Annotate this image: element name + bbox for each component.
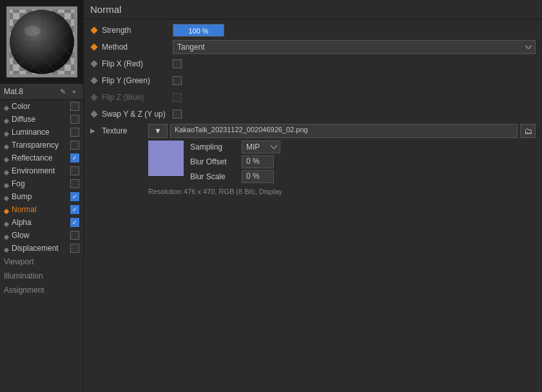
strength-bar-text: 100 % [173,24,224,37]
swap-yz-label: Swap Y & Z (Y up) [102,110,173,119]
sidebar-item-label-bump: Bump [12,192,68,201]
blur-offset-label: Blur Offset [190,157,242,166]
sampling-dropdown[interactable]: MIP [242,141,280,153]
mat-edit-icon[interactable]: ✎ [57,86,68,97]
sidebar-item-label-color: Color [12,102,68,111]
strength-bar[interactable]: 100 % [173,24,224,37]
panel-header: Normal [84,0,542,19]
flip-y-checkbox[interactable] [173,76,182,85]
swap-yz-value [173,110,536,119]
texture-expand-arrow[interactable]: ▶ [90,127,98,135]
sidebar-item-reflectance[interactable]: Reflectance [0,152,83,164]
diamond-shape-swap-yz [90,110,97,117]
sidebar-item-glow[interactable]: Glow [0,229,83,242]
texture-preview [148,141,184,176]
texture-folder-button[interactable]: 🗂 [520,124,536,138]
diamond-icon-environment [4,168,9,173]
blur-scale-value[interactable]: 0 % [242,170,274,183]
sidebar-item-label-luminance: Luminance [12,128,68,137]
sidebar-item-diffuse[interactable]: Diffuse [0,113,83,126]
blur-offset-value[interactable]: 0 % [242,155,274,168]
sidebar-item-check-color[interactable] [70,102,79,111]
method-dropdown[interactable]: Tangent [173,40,536,54]
diamond-icon-normal [4,207,9,212]
texture-filename: KakaoTalk_20231122_002046926_02.png [170,124,518,138]
sidebar-item-check-fog[interactable] [70,179,79,188]
texture-type-icon: ▼ [154,126,162,135]
sidebar-item-label-diffuse: Diffuse [12,115,68,124]
sidebar-item-check-normal[interactable] [70,205,79,214]
sidebar-item-displacement[interactable]: Displacement [0,242,83,255]
diamond-icon-alpha [4,220,9,225]
sidebar-item-label-reflectance: Reflectance [12,153,68,162]
sidebar-item-label-fog: Fog [12,179,68,188]
sidebar-item-check-reflectance[interactable] [70,153,79,162]
sidebar-item-check-luminance[interactable] [70,128,79,137]
sidebar-item-viewport[interactable]: Viewport [0,255,83,269]
sidebar-item-normal[interactable]: Normal [0,203,83,216]
flip-x-checkbox[interactable] [173,59,182,68]
texture-details: Sampling MIP Blur Offset 0 % Blur Scale … [148,141,536,185]
sidebar-item-environment[interactable]: Environment [0,164,83,177]
diamond-icon-reflectance [4,155,9,161]
main-panel: Normal Strength 100 % Method Tan [84,0,542,392]
flip-z-value [173,93,536,102]
sidebar-item-fog[interactable]: Fog [0,177,83,190]
flip-x-row: Flip X (Red) [90,57,536,71]
panel-content: Strength 100 % Method Tangent [84,19,542,392]
flip-z-checkbox[interactable] [173,93,182,102]
folder-icon: 🗂 [524,126,532,136]
flip-y-value [173,76,536,85]
sidebar-item-check-diffuse[interactable] [70,115,79,124]
strength-row: Strength 100 % [90,23,536,37]
mat-icons: ✎ + [57,86,79,97]
svg-rect-30 [4,170,9,175]
diamond-shape-method [90,43,97,50]
swap-yz-row: Swap Y & Z (Y up) [90,107,536,121]
diamond-icon-transparency [4,142,9,148]
sidebar: Mat.8 ✎ + Color Diffuse Lum [0,0,84,392]
diamond-icon-displacement [4,246,9,251]
diamond-icon-bump [4,194,9,199]
resolution-text: Resolution 476 x 470, RGB (8 Bit), Displ… [148,188,536,195]
strength-label: Strength [102,26,173,35]
flip-z-label: Flip Z (Blue) [102,93,173,102]
sidebar-item-check-glow[interactable] [70,231,79,240]
blur-scale-row: Blur Scale 0 % [190,170,536,183]
flip-y-label: Flip Y (Green) [102,76,173,85]
diamond-flip-x [90,60,98,68]
sidebar-item-luminance[interactable]: Luminance [0,126,83,139]
texture-type-button[interactable]: ▼ [148,124,168,138]
sidebar-item-check-displacement[interactable] [70,244,79,253]
sidebar-item-check-transparency[interactable] [70,141,79,150]
sidebar-items: Color Diffuse Luminance Transparency [0,100,83,392]
sidebar-item-assignment[interactable]: Assignment [0,283,83,297]
diamond-icon-diffuse [4,117,9,122]
sidebar-item-illumination[interactable]: Illumination [0,269,83,283]
svg-rect-34 [4,222,9,227]
diamond-shape-strength [90,26,97,34]
svg-rect-31 [4,183,9,188]
diamond-shape-flip-y [90,77,97,84]
sidebar-item-check-environment[interactable] [70,166,79,175]
svg-rect-35 [4,235,9,240]
sampling-label: Sampling [190,142,242,152]
flip-x-value [173,59,536,68]
sidebar-item-check-bump[interactable] [70,192,79,201]
sidebar-item-color[interactable]: Color [0,100,83,113]
sidebar-item-label-alpha: Alpha [12,218,68,227]
swap-yz-checkbox[interactable] [173,110,182,119]
diamond-flip-z [90,93,98,101]
sidebar-item-label-transparency: Transparency [12,141,68,150]
sidebar-item-alpha[interactable]: Alpha [0,216,83,229]
blur-offset-row: Blur Offset 0 % [190,155,536,168]
mat-label-row: Mat.8 ✎ + [0,84,83,100]
mat-add-icon[interactable]: + [69,86,79,97]
sidebar-item-transparency[interactable]: Transparency [0,139,83,152]
diamond-icon-glow [4,233,9,238]
sidebar-item-check-alpha[interactable] [70,218,79,227]
svg-rect-32 [4,196,9,201]
diamond-shape-flip-z [90,93,97,101]
sidebar-item-bump[interactable]: Bump [0,190,83,203]
svg-rect-33 [4,209,9,214]
